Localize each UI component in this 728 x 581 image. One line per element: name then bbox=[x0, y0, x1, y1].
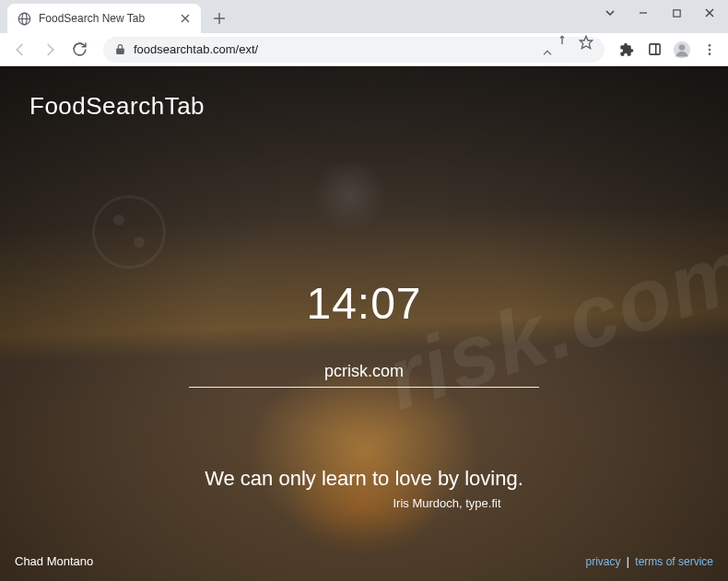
window-close-button[interactable] bbox=[697, 2, 722, 24]
privacy-link[interactable]: privacy bbox=[585, 555, 620, 568]
svg-rect-12 bbox=[649, 44, 659, 54]
reload-button[interactable] bbox=[66, 37, 92, 63]
search-input[interactable] bbox=[189, 356, 539, 388]
page-content: risk.com FoodSearchTab 14:07 We can only… bbox=[0, 66, 728, 581]
quote-author: Iris Murdoch, type.fit bbox=[88, 496, 640, 510]
clock-display: 14:07 bbox=[189, 278, 539, 329]
browser-tab[interactable]: FoodSearch New Tab bbox=[7, 4, 201, 33]
svg-point-17 bbox=[709, 48, 711, 51]
quote-text: We can only learn to love by loving. bbox=[88, 467, 640, 491]
tab-title: FoodSearch New Tab bbox=[39, 12, 171, 25]
quote-widget: We can only learn to love by loving. Iri… bbox=[88, 467, 640, 510]
new-tab-button[interactable] bbox=[206, 6, 232, 31]
separator: | bbox=[627, 555, 629, 568]
sidepanel-icon[interactable] bbox=[643, 39, 665, 61]
menu-icon[interactable] bbox=[699, 39, 721, 61]
photo-credit: Chad Montano bbox=[15, 554, 93, 568]
browser-titlebar: FoodSearch New Tab bbox=[0, 0, 728, 33]
maximize-button[interactable] bbox=[663, 2, 689, 24]
svg-point-15 bbox=[679, 44, 686, 51]
footer-links: privacy | terms of service bbox=[585, 555, 713, 568]
center-widget: 14:07 bbox=[189, 278, 539, 388]
window-controls bbox=[597, 2, 722, 24]
chevron-down-icon[interactable] bbox=[597, 2, 623, 24]
terms-link[interactable]: terms of service bbox=[635, 555, 713, 568]
share-icon[interactable] bbox=[555, 35, 569, 64]
svg-point-18 bbox=[709, 52, 711, 55]
profile-icon[interactable] bbox=[671, 39, 693, 61]
url-text: foodsearchtab.com/ext/ bbox=[134, 42, 258, 56]
svg-marker-11 bbox=[580, 36, 592, 48]
close-icon[interactable] bbox=[179, 12, 192, 25]
brand-title: FoodSearchTab bbox=[29, 92, 205, 121]
browser-toolbar: foodsearchtab.com/ext/ bbox=[0, 33, 728, 66]
back-button[interactable] bbox=[7, 37, 33, 63]
forward-button[interactable] bbox=[37, 37, 63, 63]
minimize-button[interactable] bbox=[630, 2, 656, 24]
lock-icon bbox=[114, 43, 126, 55]
svg-point-16 bbox=[709, 44, 711, 47]
star-icon[interactable] bbox=[579, 35, 593, 64]
address-bar[interactable]: foodsearchtab.com/ext/ bbox=[103, 37, 605, 63]
globe-icon bbox=[17, 11, 31, 26]
extensions-icon[interactable] bbox=[616, 39, 638, 61]
svg-rect-8 bbox=[673, 9, 679, 16]
